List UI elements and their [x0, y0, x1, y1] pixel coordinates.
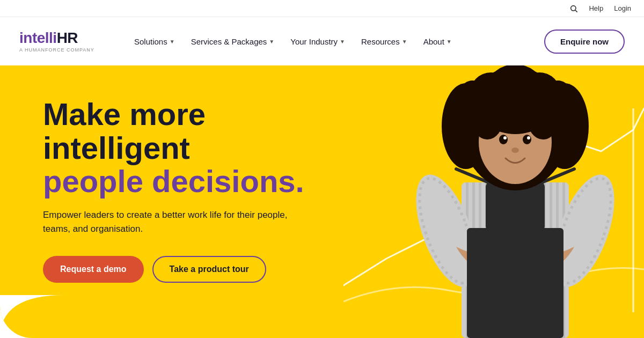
hero-heading-accent: people decisions.	[43, 164, 304, 199]
logo-intelli: intelli	[19, 31, 57, 46]
hero-heading: Make more intelligent people decisions.	[43, 98, 354, 199]
svg-point-45	[527, 97, 559, 139]
chevron-down-icon: ▼	[447, 39, 452, 45]
hero-section: Make more intelligent people decisions. …	[0, 65, 644, 338]
svg-rect-25	[467, 228, 564, 338]
top-bar: Help Login	[0, 0, 644, 17]
logo-subtitle: A HUMANFORCE COMPANY	[19, 47, 105, 53]
chevron-down-icon: ▼	[170, 39, 175, 45]
hero-content: Make more intelligent people decisions. …	[43, 98, 354, 283]
nav-solutions[interactable]: Solutions ▼	[127, 33, 182, 50]
hero-image	[343, 65, 644, 338]
search-icon	[569, 4, 578, 13]
svg-line-1	[575, 10, 577, 12]
hero-buttons: Request a demo Take a product tour	[43, 256, 354, 283]
bottom-corner-decoration	[0, 295, 64, 338]
hero-subtext: Empower leaders to create a better work …	[43, 208, 290, 237]
nav-industry[interactable]: Your Industry ▼	[283, 33, 353, 50]
svg-point-44	[471, 97, 503, 139]
nav-about[interactable]: About ▼	[416, 33, 459, 50]
tour-button[interactable]: Take a product tour	[152, 256, 266, 283]
svg-point-39	[523, 135, 531, 144]
logo-hr: HR	[57, 31, 78, 46]
svg-point-42	[511, 148, 519, 153]
logo[interactable]: intelliHR A HUMANFORCE COMPANY	[19, 31, 105, 53]
svg-point-38	[499, 135, 508, 144]
help-link[interactable]: Help	[589, 4, 603, 12]
svg-point-41	[527, 136, 530, 139]
nav-resources[interactable]: Resources ▼	[354, 33, 415, 50]
chevron-down-icon: ▼	[402, 39, 407, 45]
svg-point-40	[503, 136, 507, 139]
nav-services[interactable]: Services & Packages ▼	[184, 33, 282, 50]
login-link[interactable]: Login	[614, 4, 631, 12]
demo-button[interactable]: Request a demo	[43, 256, 144, 283]
search-button[interactable]	[569, 4, 578, 13]
navbar: intelliHR A HUMANFORCE COMPANY Solutions…	[0, 17, 644, 65]
enquire-button[interactable]: Enquire now	[544, 30, 625, 54]
nav-links: Solutions ▼ Services & Packages ▼ Your I…	[127, 33, 544, 50]
person-illustration	[408, 65, 623, 338]
chevron-down-icon: ▼	[340, 39, 345, 45]
chevron-down-icon: ▼	[269, 39, 274, 45]
svg-point-0	[571, 5, 576, 10]
